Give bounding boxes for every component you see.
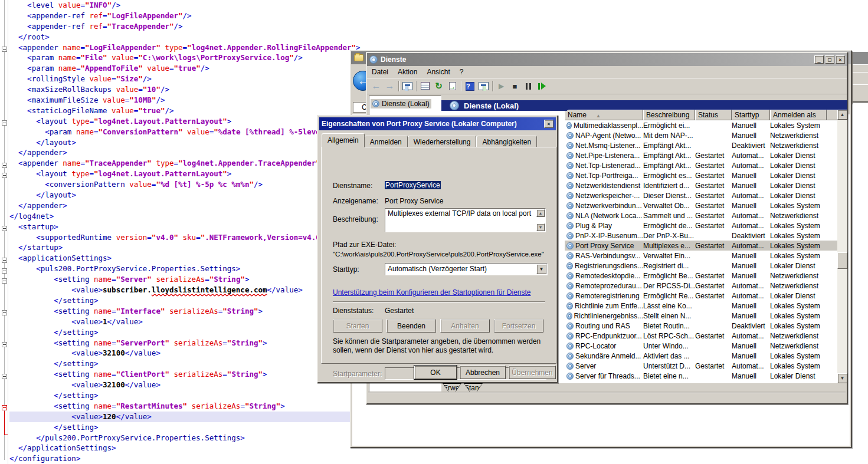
service-row[interactable]: RPC-LocatorUnter Windo...ManuellNetzwerk… [565, 341, 837, 351]
restart-icon[interactable] [535, 80, 549, 93]
column-header-status[interactable]: Status [695, 110, 732, 120]
tab-abhngigkeiten[interactable]: Abhängigkeiten [476, 136, 537, 147]
scroll-up-button[interactable]: ▲ [536, 209, 545, 217]
close-icon[interactable]: ✕ [544, 120, 553, 128]
ok-button[interactable]: OK [414, 366, 457, 379]
help-icon[interactable]: ? [463, 80, 477, 93]
service-name: Server für Threads... [575, 372, 640, 380]
forward-icon[interactable] [383, 80, 397, 93]
service-row[interactable]: Net.Tcp-Listenerad...Empfängt Akt...Gest… [565, 160, 837, 170]
fold-toggle[interactable] [2, 374, 7, 379]
vertical-scrollbar[interactable]: ▲ ▼ [837, 110, 847, 383]
fold-toggle-current[interactable] [2, 405, 7, 410]
service-name-cell: Multimediaklassenpl... [565, 121, 643, 130]
service-row[interactable]: Remoteprozedurau...Der RPCSS-Di...Gestar… [565, 281, 837, 291]
close-button[interactable]: ✕ [836, 55, 845, 64]
maximize-button[interactable]: □ [825, 55, 834, 64]
fold-toggle[interactable] [2, 342, 7, 347]
service-row[interactable]: Port Proxy ServiceMultiplexes e...Gestar… [565, 241, 837, 251]
menu-item-?[interactable]: ? [455, 67, 469, 78]
tree-icon[interactable] [401, 80, 414, 93]
tab-erweitert[interactable]: Erweitert [443, 383, 461, 393]
service-row[interactable]: PnP-X-IP-Busenum...Der PnP-X-Bu...Deakti… [565, 231, 837, 241]
service-row[interactable]: Plug & PlayErmöglicht de...GestartetAuto… [565, 221, 837, 231]
play-icon[interactable] [494, 80, 508, 93]
column-header-anmelden-als[interactable]: Anmelden als [770, 110, 827, 120]
fold-toggle[interactable] [2, 258, 7, 263]
beschreibung-field[interactable]: Multiplexes external TCP/IP data on loca… [385, 208, 546, 232]
stop-icon[interactable] [508, 80, 522, 93]
service-row[interactable]: Richtlinie zum Entfe...Lässt eine Ko...M… [565, 301, 837, 311]
service-row[interactable]: Net.Pipe-Listenera...Empfängt Akt...Gest… [565, 150, 837, 160]
service-row[interactable]: NAP-Agent (Netwo...Mit dem NAP-...Manuel… [565, 130, 837, 140]
service-row[interactable]: Netzwerkverbindun...Verwaltet Ob...Gesta… [565, 200, 837, 210]
starttyp-select[interactable]: Automatisch (Verzögerter Start) ▼ [385, 263, 548, 275]
column-header-name[interactable]: Name▲ [565, 110, 643, 120]
fold-toggle[interactable] [2, 310, 7, 315]
list-rows: Multimediaklassenpl...Ermöglicht ei...Ma… [565, 120, 837, 381]
fold-toggle[interactable] [2, 268, 7, 274]
address-bar[interactable]: C [353, 102, 367, 113]
service-row[interactable]: Multimediaklassenpl...Ermöglicht ei...Ma… [565, 120, 837, 130]
export-icon[interactable] [446, 80, 459, 93]
menu-item-datei[interactable]: Datei [367, 67, 393, 78]
chevron-down-icon[interactable]: ▼ [536, 264, 546, 274]
column-header-starttyp[interactable]: Starttyp [732, 110, 770, 120]
service-row[interactable]: Registrierungsdiens...Registriert di...M… [565, 261, 837, 271]
menu-item-aktion[interactable]: Aktion [393, 67, 422, 78]
service-row[interactable]: RemoteregistrierungErmöglicht Re...Gesta… [565, 291, 837, 301]
service-row[interactable]: ServerUnterstützt D...GestartetAutomat..… [565, 361, 837, 371]
service-desc-cell: Sammelt und ... [643, 212, 695, 220]
scroll-down-button[interactable]: ▼ [837, 373, 847, 383]
service-gear-icon [566, 302, 573, 310]
fold-toggle[interactable] [2, 47, 7, 52]
fold-toggle[interactable] [2, 173, 7, 178]
fold-toggle[interactable] [2, 163, 7, 168]
service-name: Richtlinienergebniss... [574, 312, 643, 320]
dialog-titlebar[interactable]: Eigenschaften von Port Proxy Service (Lo… [319, 117, 556, 130]
service-row[interactable]: Richtlinienergebniss...Stellt einen N...… [565, 311, 837, 321]
tab-anmelden[interactable]: Anmelden [364, 136, 408, 147]
service-row[interactable]: Net.Tcp-Portfreiga...Ermöglicht es...Ges… [565, 170, 837, 180]
beenden-button[interactable]: Beenden [386, 319, 436, 333]
menu-item-ansicht[interactable]: Ansicht [422, 67, 454, 78]
pause-icon[interactable] [522, 80, 535, 93]
minimize-button[interactable]: _ [814, 55, 824, 64]
scrollbar-thumb[interactable] [837, 252, 847, 269]
service-row[interactable]: NLA (Network Loca...Sammelt und ...Gesta… [565, 210, 837, 221]
startoptionen-help-link[interactable]: Unterstützung beim Konfigurieren der Sta… [333, 288, 531, 297]
service-row[interactable]: Routing und RASBietet Routin...Deaktivie… [565, 321, 837, 331]
service-name-cell: PnP-X-IP-Busenum... [565, 232, 643, 240]
code-fold-margin[interactable] [0, 0, 8, 464]
scroll-down-button[interactable]: ▼ [536, 223, 545, 231]
scroll-up-button[interactable]: ▲ [837, 110, 847, 120]
service-row[interactable]: Netzwerkspeicher-...Dieser Dienst...Gest… [565, 190, 837, 200]
service-gear-icon [566, 132, 574, 139]
prop-icon[interactable] [418, 80, 432, 93]
fold-toggle[interactable] [2, 120, 7, 126]
back-icon[interactable] [369, 80, 383, 93]
refresh-icon[interactable] [432, 80, 446, 93]
column-header-beschreibung[interactable]: Beschreibung [643, 110, 695, 120]
service-name-cell: Net.Tcp-Listenerad... [565, 162, 643, 170]
service-row[interactable]: Sekundäre Anmeld...Aktiviert das ...Manu… [565, 351, 837, 361]
tab-standard[interactable]: Standard [464, 383, 483, 393]
tab-allgemein[interactable]: Allgemein [322, 133, 365, 147]
fold-toggle[interactable] [2, 278, 7, 284]
tab-wiederherstellung[interactable]: Wiederherstellung [408, 136, 477, 147]
code-line: </applicationSettings> [9, 443, 389, 453]
abbrechen-button[interactable]: Abbrechen [460, 366, 506, 379]
services-titlebar[interactable]: Dienste _ □ ✕ [367, 53, 847, 66]
service-row[interactable]: RPC-Endpunktzuor...Löst RPC-Sch...Gestar… [565, 331, 837, 341]
service-row[interactable]: NetzwerklistendienstIdentifiziert d...Ge… [565, 180, 837, 190]
fold-toggle[interactable] [2, 226, 7, 231]
current-fold-foot [4, 435, 8, 435]
tree-item-dienste-lokal[interactable]: Dienste (Lokal) [371, 99, 431, 108]
service-row[interactable]: Remotedesktopdie...Ermöglicht Be...Gesta… [565, 271, 837, 281]
divider [333, 301, 545, 302]
fortsetzen-button: Fortsetzen [494, 319, 543, 333]
service-row[interactable]: Net.Msmq-Listener...Empfängt Akt...Deakt… [565, 140, 837, 150]
pane-icon[interactable] [477, 80, 490, 93]
service-row[interactable]: Server für Threads...Bietet eine n...Man… [565, 371, 837, 381]
service-row[interactable]: RAS-Verbindungsv...Verwaltet Ein...Manue… [565, 251, 837, 261]
